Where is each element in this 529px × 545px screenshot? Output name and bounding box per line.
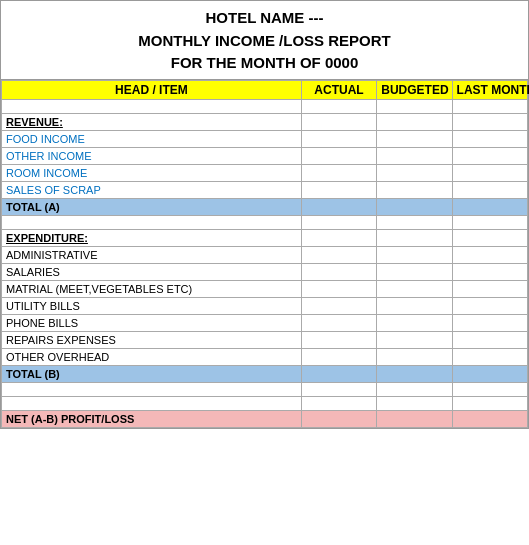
income-item-label: OTHER INCOME (2, 147, 302, 164)
income-item-label: ROOM INCOME (2, 164, 302, 181)
expenditure-item-label: ADMINISTRATIVE (2, 246, 302, 263)
hotel-name: HOTEL NAME --- (5, 7, 524, 30)
table-row: FOOD INCOME (2, 130, 528, 147)
expenditure-item-label: OTHER OVERHEAD (2, 348, 302, 365)
main-container: HOTEL NAME --- MONTHLY INCOME /LOSS REPO… (0, 0, 529, 429)
report-header: HOTEL NAME --- MONTHLY INCOME /LOSS REPO… (1, 1, 528, 80)
col-head-item: HEAD / ITEM (2, 80, 302, 99)
report-title: MONTHLY INCOME /LOSS REPORT (5, 30, 524, 53)
table-row (2, 99, 528, 113)
table-row: TOTAL (A) (2, 198, 528, 215)
total-blue-label: TOTAL (A) (2, 198, 302, 215)
table-row: MATRIAL (MEET,VEGETABLES ETC) (2, 280, 528, 297)
expenditure-item-label: REPAIRS EXPENSES (2, 331, 302, 348)
expenditure-item-label: UTILITY BILLS (2, 297, 302, 314)
income-item-label: SALES OF SCRAP (2, 181, 302, 198)
col-budgeted: BUDGETED (377, 80, 452, 99)
table-row: OTHER OVERHEAD (2, 348, 528, 365)
expenditure-item-label: SALARIES (2, 263, 302, 280)
section-label: EXPENDITURE: (2, 229, 302, 246)
table-row: UTILITY BILLS (2, 297, 528, 314)
table-row: ADMINISTRATIVE (2, 246, 528, 263)
expenditure-item-label: PHONE BILLS (2, 314, 302, 331)
table-row: OTHER INCOME (2, 147, 528, 164)
table-row: PHONE BILLS (2, 314, 528, 331)
table-row: REPAIRS EXPENSES (2, 331, 528, 348)
table-row: EXPENDITURE: (2, 229, 528, 246)
col-actual: ACTUAL (301, 80, 376, 99)
table-row: NET (A-B) PROFIT/LOSS (2, 410, 528, 427)
col-last-month: LAST MONTH (452, 80, 527, 99)
table-row: REVENUE: (2, 113, 528, 130)
section-label: REVENUE: (2, 113, 302, 130)
table-row (2, 382, 528, 396)
expenditure-item-label: MATRIAL (MEET,VEGETABLES ETC) (2, 280, 302, 297)
income-loss-table: HEAD / ITEM ACTUAL BUDGETED LAST MONTH R… (1, 80, 528, 428)
table-row: SALES OF SCRAP (2, 181, 528, 198)
table-row: TOTAL (B) (2, 365, 528, 382)
table-header-row: HEAD / ITEM ACTUAL BUDGETED LAST MONTH (2, 80, 528, 99)
total-blue-label: TOTAL (B) (2, 365, 302, 382)
table-row (2, 396, 528, 410)
table-row: ROOM INCOME (2, 164, 528, 181)
report-month: FOR THE MONTH OF 0000 (5, 52, 524, 75)
income-item-label: FOOD INCOME (2, 130, 302, 147)
table-row: SALARIES (2, 263, 528, 280)
table-row (2, 215, 528, 229)
net-profit-loss-label: NET (A-B) PROFIT/LOSS (2, 410, 302, 427)
